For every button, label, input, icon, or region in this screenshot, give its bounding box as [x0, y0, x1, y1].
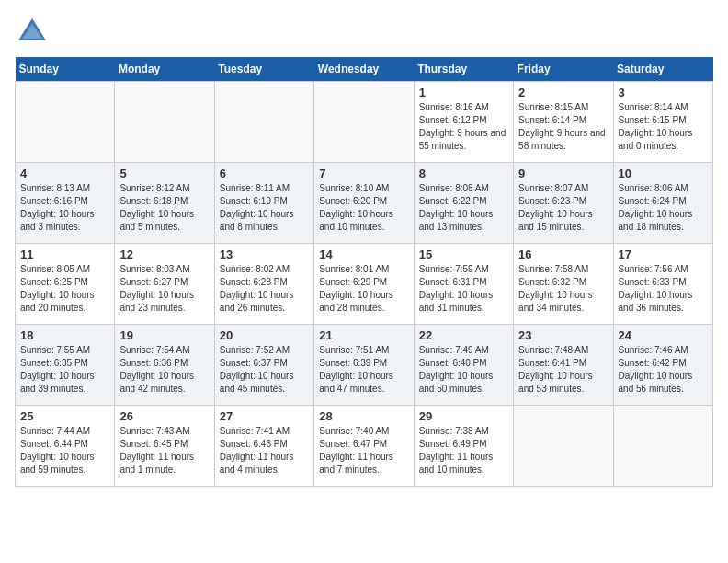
- day-info: Sunrise: 8:10 AM Sunset: 6:20 PM Dayligh…: [319, 182, 408, 234]
- calendar-cell: [115, 82, 214, 163]
- weekday-header-wednesday: Wednesday: [314, 57, 414, 82]
- day-number: 21: [319, 328, 408, 342]
- day-info: Sunrise: 7:55 AM Sunset: 6:35 PM Dayligh…: [20, 344, 109, 396]
- day-number: 17: [619, 247, 708, 261]
- calendar-cell: 14Sunrise: 8:01 AM Sunset: 6:29 PM Dayli…: [314, 244, 414, 325]
- weekday-header-monday: Monday: [115, 57, 214, 82]
- day-number: 25: [20, 409, 109, 423]
- day-number: 13: [220, 247, 309, 261]
- day-info: Sunrise: 7:52 AM Sunset: 6:37 PM Dayligh…: [220, 344, 309, 396]
- day-number: 23: [518, 328, 608, 342]
- week-row-5: 25Sunrise: 7:44 AM Sunset: 6:44 PM Dayli…: [16, 406, 713, 487]
- calendar-cell: 4Sunrise: 8:13 AM Sunset: 6:16 PM Daylig…: [16, 163, 115, 244]
- day-info: Sunrise: 7:56 AM Sunset: 6:33 PM Dayligh…: [619, 263, 708, 315]
- day-number: 27: [220, 409, 309, 423]
- day-info: Sunrise: 7:43 AM Sunset: 6:45 PM Dayligh…: [119, 425, 209, 477]
- day-info: Sunrise: 7:46 AM Sunset: 6:42 PM Dayligh…: [619, 344, 708, 396]
- calendar-cell: 8Sunrise: 8:08 AM Sunset: 6:22 PM Daylig…: [414, 163, 513, 244]
- day-info: Sunrise: 7:44 AM Sunset: 6:44 PM Dayligh…: [20, 425, 109, 477]
- day-number: 18: [20, 328, 109, 342]
- calendar-cell: 1Sunrise: 8:16 AM Sunset: 6:12 PM Daylig…: [414, 82, 513, 163]
- day-number: 19: [119, 328, 209, 342]
- calendar-cell: [214, 82, 313, 163]
- calendar-cell: 29Sunrise: 7:38 AM Sunset: 6:49 PM Dayli…: [414, 406, 513, 487]
- day-number: 10: [619, 167, 708, 180]
- day-number: 20: [220, 328, 309, 342]
- day-info: Sunrise: 8:01 AM Sunset: 6:29 PM Dayligh…: [319, 263, 408, 315]
- calendar-cell: 16Sunrise: 7:58 AM Sunset: 6:32 PM Dayli…: [514, 244, 613, 325]
- day-info: Sunrise: 7:41 AM Sunset: 6:46 PM Dayligh…: [220, 425, 309, 477]
- page-header: [15, 15, 713, 50]
- calendar-cell: 7Sunrise: 8:10 AM Sunset: 6:20 PM Daylig…: [314, 163, 414, 244]
- day-info: Sunrise: 7:59 AM Sunset: 6:31 PM Dayligh…: [419, 263, 508, 315]
- weekday-header-thursday: Thursday: [414, 57, 513, 82]
- day-info: Sunrise: 8:16 AM Sunset: 6:12 PM Dayligh…: [419, 101, 508, 153]
- calendar-cell: 11Sunrise: 8:05 AM Sunset: 6:25 PM Dayli…: [16, 244, 115, 325]
- calendar-cell: 27Sunrise: 7:41 AM Sunset: 6:46 PM Dayli…: [214, 406, 313, 487]
- calendar-cell: 15Sunrise: 7:59 AM Sunset: 6:31 PM Dayli…: [414, 244, 513, 325]
- weekday-header-tuesday: Tuesday: [214, 57, 313, 82]
- day-info: Sunrise: 8:11 AM Sunset: 6:19 PM Dayligh…: [220, 182, 309, 234]
- day-number: 5: [119, 167, 209, 180]
- day-number: 1: [419, 86, 508, 99]
- calendar-cell: [613, 406, 712, 487]
- calendar-cell: 12Sunrise: 8:03 AM Sunset: 6:27 PM Dayli…: [115, 244, 214, 325]
- day-number: 12: [119, 247, 209, 261]
- day-info: Sunrise: 7:51 AM Sunset: 6:39 PM Dayligh…: [319, 344, 408, 396]
- day-info: Sunrise: 7:38 AM Sunset: 6:49 PM Dayligh…: [419, 425, 508, 477]
- weekday-header-saturday: Saturday: [613, 57, 712, 82]
- calendar-cell: 19Sunrise: 7:54 AM Sunset: 6:36 PM Dayli…: [115, 325, 214, 406]
- day-info: Sunrise: 8:05 AM Sunset: 6:25 PM Dayligh…: [20, 263, 109, 315]
- calendar-cell: 9Sunrise: 8:07 AM Sunset: 6:23 PM Daylig…: [514, 163, 613, 244]
- week-row-1: 1Sunrise: 8:16 AM Sunset: 6:12 PM Daylig…: [16, 82, 713, 163]
- day-info: Sunrise: 8:13 AM Sunset: 6:16 PM Dayligh…: [20, 182, 109, 234]
- day-number: 2: [518, 86, 608, 99]
- day-info: Sunrise: 8:02 AM Sunset: 6:28 PM Dayligh…: [220, 263, 309, 315]
- day-info: Sunrise: 8:03 AM Sunset: 6:27 PM Dayligh…: [119, 263, 209, 315]
- day-info: Sunrise: 7:48 AM Sunset: 6:41 PM Dayligh…: [518, 344, 608, 396]
- calendar-cell: 18Sunrise: 7:55 AM Sunset: 6:35 PM Dayli…: [16, 325, 115, 406]
- calendar-cell: 17Sunrise: 7:56 AM Sunset: 6:33 PM Dayli…: [613, 244, 712, 325]
- day-number: 11: [20, 247, 109, 261]
- calendar-cell: 25Sunrise: 7:44 AM Sunset: 6:44 PM Dayli…: [16, 406, 115, 487]
- calendar-cell: 23Sunrise: 7:48 AM Sunset: 6:41 PM Dayli…: [514, 325, 613, 406]
- day-info: Sunrise: 8:08 AM Sunset: 6:22 PM Dayligh…: [419, 182, 508, 234]
- calendar-cell: 24Sunrise: 7:46 AM Sunset: 6:42 PM Dayli…: [613, 325, 712, 406]
- calendar-cell: [314, 82, 414, 163]
- calendar-cell: [16, 82, 115, 163]
- day-number: 16: [518, 247, 608, 261]
- calendar-cell: 21Sunrise: 7:51 AM Sunset: 6:39 PM Dayli…: [314, 325, 414, 406]
- week-row-2: 4Sunrise: 8:13 AM Sunset: 6:16 PM Daylig…: [16, 163, 713, 244]
- day-info: Sunrise: 8:06 AM Sunset: 6:24 PM Dayligh…: [619, 182, 708, 234]
- day-number: 24: [619, 328, 708, 342]
- day-number: 14: [319, 247, 408, 261]
- weekday-header-friday: Friday: [514, 57, 613, 82]
- day-number: 8: [419, 167, 508, 180]
- day-number: 22: [419, 328, 508, 342]
- calendar-cell: [514, 406, 613, 487]
- week-row-4: 18Sunrise: 7:55 AM Sunset: 6:35 PM Dayli…: [16, 325, 713, 406]
- day-info: Sunrise: 7:58 AM Sunset: 6:32 PM Dayligh…: [518, 263, 608, 315]
- day-number: 3: [619, 86, 708, 99]
- calendar-cell: 28Sunrise: 7:40 AM Sunset: 6:47 PM Dayli…: [314, 406, 414, 487]
- day-number: 15: [419, 247, 508, 261]
- calendar-cell: 6Sunrise: 8:11 AM Sunset: 6:19 PM Daylig…: [214, 163, 313, 244]
- day-info: Sunrise: 7:49 AM Sunset: 6:40 PM Dayligh…: [419, 344, 508, 396]
- day-number: 4: [20, 167, 109, 180]
- calendar-cell: 22Sunrise: 7:49 AM Sunset: 6:40 PM Dayli…: [414, 325, 513, 406]
- day-info: Sunrise: 7:40 AM Sunset: 6:47 PM Dayligh…: [319, 425, 408, 477]
- calendar-table: SundayMondayTuesdayWednesdayThursdayFrid…: [15, 57, 713, 487]
- calendar-cell: 5Sunrise: 8:12 AM Sunset: 6:18 PM Daylig…: [115, 163, 214, 244]
- weekday-header-sunday: Sunday: [16, 57, 115, 82]
- logo: [15, 15, 53, 50]
- week-row-3: 11Sunrise: 8:05 AM Sunset: 6:25 PM Dayli…: [16, 244, 713, 325]
- day-info: Sunrise: 8:07 AM Sunset: 6:23 PM Dayligh…: [518, 182, 608, 234]
- calendar-cell: 26Sunrise: 7:43 AM Sunset: 6:45 PM Dayli…: [115, 406, 214, 487]
- day-number: 9: [518, 167, 608, 180]
- calendar-cell: 13Sunrise: 8:02 AM Sunset: 6:28 PM Dayli…: [214, 244, 313, 325]
- calendar-cell: 3Sunrise: 8:14 AM Sunset: 6:15 PM Daylig…: [613, 82, 712, 163]
- header-row: SundayMondayTuesdayWednesdayThursdayFrid…: [16, 57, 713, 82]
- day-number: 7: [319, 167, 408, 180]
- day-info: Sunrise: 8:14 AM Sunset: 6:15 PM Dayligh…: [619, 101, 708, 153]
- day-info: Sunrise: 8:12 AM Sunset: 6:18 PM Dayligh…: [119, 182, 209, 234]
